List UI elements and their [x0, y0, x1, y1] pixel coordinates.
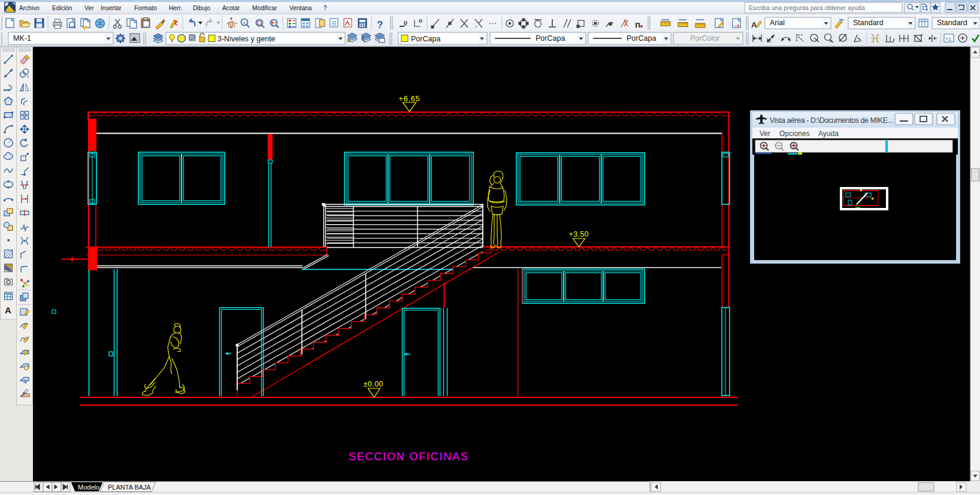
svg-text:Escriba una pregunta para obte: Escriba una pregunta para obtener ayuda	[749, 4, 865, 11]
svg-text:A: A	[751, 20, 757, 29]
svg-text:Dibujo: Dibujo	[193, 5, 210, 11]
svg-text:±: ±	[243, 20, 246, 25]
svg-text:±0.00: ±0.00	[364, 380, 383, 388]
svg-text:?: ?	[377, 19, 383, 31]
svg-text:Insertar: Insertar	[101, 5, 122, 11]
svg-text:Herr.: Herr.	[169, 5, 182, 11]
svg-text:+1: +1	[945, 36, 951, 42]
svg-text:Ayuda: Ayuda	[818, 129, 839, 138]
svg-text:Standard: Standard	[853, 19, 884, 27]
svg-text:PorCapa: PorCapa	[627, 34, 656, 43]
svg-text:Formato: Formato	[134, 5, 157, 11]
svg-text:SECCION OFICINAS: SECCION OFICINAS	[349, 451, 468, 463]
svg-text:3-Niveles y gente: 3-Niveles y gente	[217, 35, 276, 43]
svg-text:+3.50: +3.50	[569, 230, 589, 239]
svg-text:Acotar: Acotar	[222, 5, 240, 11]
svg-text:?: ?	[323, 5, 327, 11]
svg-text:A: A	[5, 305, 11, 315]
svg-text:PorCapa: PorCapa	[411, 35, 440, 43]
svg-text:PorColor: PorColor	[690, 34, 719, 43]
svg-text:Modificar: Modificar	[252, 5, 277, 11]
svg-text:Edición: Edición	[52, 5, 72, 11]
svg-text:MK-1: MK-1	[13, 34, 31, 43]
svg-text:Ventana: Ventana	[289, 5, 312, 11]
svg-text:Ver: Ver	[760, 129, 770, 138]
svg-text:Ver: Ver	[84, 5, 94, 11]
svg-text:Standard: Standard	[937, 19, 967, 27]
svg-text:PLANTA BAJA: PLANTA BAJA	[108, 484, 152, 491]
svg-text:n: n	[635, 19, 640, 29]
svg-text:Arial: Arial	[770, 19, 785, 27]
svg-text:Opciones: Opciones	[779, 129, 810, 138]
svg-text:Modelo: Modelo	[78, 484, 99, 491]
svg-text:PorCapa: PorCapa	[536, 34, 565, 43]
svg-text:+6.65: +6.65	[399, 95, 420, 103]
svg-text:Archivo: Archivo	[19, 5, 40, 11]
svg-text:Vista aérea - D:\Documentos de: Vista aérea - D:\Documentos de MIKE...	[770, 116, 893, 125]
